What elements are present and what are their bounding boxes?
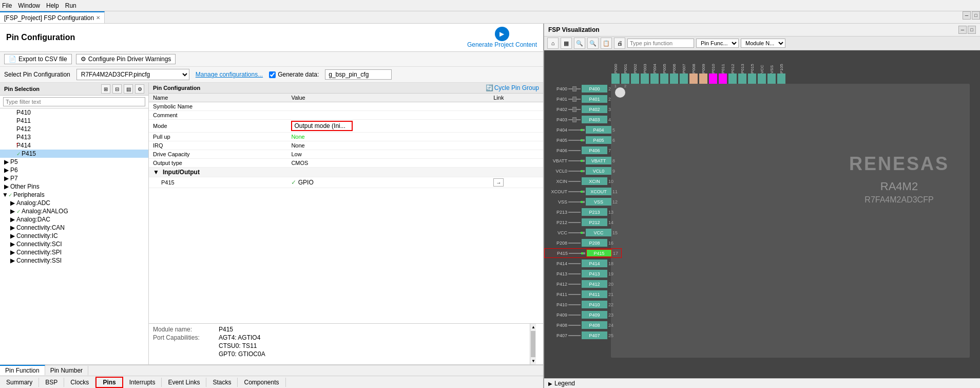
row-value[interactable]: Output mode (Ini... [287, 120, 489, 133]
ntab-stacks[interactable]: Stacks [206, 378, 238, 387]
tree-item-connectivity-sci[interactable]: ▶ Connectivity:SCI [0, 240, 148, 248]
pin-row-p212: P212 P212 14 [544, 217, 622, 227]
tree-item-connectivity-spi[interactable]: ▶ Connectivity:SPI [0, 248, 148, 256]
col-link: Link [489, 94, 543, 102]
fsp-dropdown-1[interactable]: Pin Func... [696, 39, 739, 48]
pin-num: 11 [612, 189, 621, 194]
ntab-label: Event Links [168, 379, 200, 386]
tree-item-connectivity-ic[interactable]: ▶ Connectivity:IC [0, 232, 148, 240]
export-csv-btn[interactable]: 📄 Export to CSV file [4, 54, 72, 64]
tree-label: Connectivity:SSI [16, 257, 62, 264]
fsp-legend[interactable]: ▶ Legend [544, 378, 980, 388]
fsp-minimize-btn[interactable]: ─ [958, 26, 967, 34]
fsp-print-icon[interactable]: 🖨 [614, 38, 625, 49]
menu-file[interactable]: File [2, 2, 12, 9]
module-name-label: Module name: [153, 326, 215, 333]
tree-item-peripherals[interactable]: ▼ ✓ Peripherals [0, 191, 148, 199]
pin-num: 19 [608, 271, 617, 276]
ntab-event-links[interactable]: Event Links [162, 378, 206, 387]
btab-pin-number[interactable]: Pin Number [45, 366, 88, 375]
pin-row-p415-highlighted: P415 P415 17 [544, 248, 622, 258]
tree-item-analog-dac[interactable]: ▶ Analog:DAC [0, 215, 148, 224]
tree-item-analog-analog[interactable]: ▶ ✓ Analog:ANALOG [0, 207, 148, 215]
pin-filter-input[interactable] [3, 97, 145, 106]
row-link[interactable]: → [489, 177, 543, 188]
fsp-toolbar: ⌂ ▦ 🔍 🔍 📋 🖨 Pin Func... Module N... [544, 36, 980, 50]
fsp-dropdown-2[interactable]: Module N... [741, 39, 785, 48]
fsp-search-icon[interactable]: 🔍 [574, 38, 585, 49]
fsp-layout-icon[interactable]: ▦ [561, 38, 572, 49]
config-select[interactable]: R7FA4M2AD3CFP.pincfg [76, 69, 189, 80]
pin-config-table: Name Value Link Symbolic Name [149, 94, 543, 188]
cycle-pin-group-btn[interactable]: 🔄 Cycle Pin Group [486, 84, 539, 91]
ntab-summary[interactable]: Summary [0, 378, 39, 387]
tree-item-p415[interactable]: ✓ P415 ↑ [0, 150, 148, 158]
ntab-components[interactable]: Components [238, 378, 285, 387]
fsp-home-icon[interactable]: ⌂ [547, 38, 559, 49]
pin-label: XCIN [544, 179, 567, 184]
fsp-zoom-in-icon[interactable]: 🔍 [587, 38, 599, 49]
pin-filter-icon[interactable]: ▤ [124, 84, 133, 94]
table-row: Mode Output mode (Ini... [149, 120, 543, 133]
tree-check-icon: ✓ [16, 151, 21, 157]
pin-box: XCIN [582, 177, 607, 185]
pin-label: XCOUT [544, 189, 567, 194]
tree-item-p411[interactable]: P411 [0, 117, 148, 125]
restore-btn[interactable]: □ [972, 11, 980, 20]
menu-run[interactable]: Run [65, 2, 76, 9]
fsp-search-input[interactable] [627, 39, 694, 48]
menu-window[interactable]: Window [18, 2, 40, 9]
generate-project-btn[interactable]: Generate Project Content [467, 27, 537, 48]
scroll-up-arrow[interactable]: ▲ [530, 324, 536, 330]
generate-data-checkbox[interactable] [269, 71, 276, 78]
generate-data-input[interactable] [325, 69, 392, 80]
pin-expand-icon[interactable]: ⊞ [101, 84, 110, 94]
tree-item-connectivity-ssi[interactable]: ▶ Connectivity:SSI [0, 256, 148, 265]
tree-item-analog-adc[interactable]: ▶ Analog:ADC [0, 199, 148, 207]
manage-configs-link[interactable]: Manage configurations... [196, 71, 263, 78]
pin-box: P411 [582, 290, 607, 298]
section-arrow[interactable]: ▼ [153, 169, 159, 176]
ntab-pins[interactable]: Pins [95, 377, 123, 388]
chip-visualization: P000 1 P001 2 P002 P003 [544, 50, 980, 378]
tree-label: P410 [16, 109, 31, 116]
row-value[interactable] [287, 102, 489, 111]
tree-item-p412[interactable]: P412 [0, 125, 148, 133]
fsp-restore-btn[interactable]: □ [968, 26, 976, 34]
mode-value[interactable]: Output mode (Ini... [291, 121, 353, 131]
tree-item-p5[interactable]: ▶ P5 [0, 158, 148, 166]
minimize-btn[interactable]: ─ [963, 11, 971, 20]
pin-row-p405: P405 P405 6 [544, 135, 622, 145]
link-arrow-btn[interactable]: → [493, 178, 504, 187]
menu-help[interactable]: Help [46, 2, 59, 9]
pin-row-p402: P402 P402 3 [544, 104, 622, 114]
row-value[interactable] [287, 111, 489, 120]
panel-title: Pin Configuration [6, 33, 75, 42]
pin-collapse-icon[interactable]: ⊟ [112, 84, 122, 94]
ntab-clocks[interactable]: Clocks [64, 378, 95, 387]
section-label: ▼ Input/Output [149, 168, 543, 177]
tree-arrow: ▶ [10, 224, 16, 231]
scroll-down-arrow[interactable]: ▼ [530, 358, 536, 364]
tree-item-p410[interactable]: P410 [0, 108, 148, 117]
pin-label: P414 [544, 261, 567, 266]
row-name: Mode [149, 120, 287, 133]
tree-item-connectivity-can[interactable]: ▶ Connectivity:CAN [0, 224, 148, 232]
tree-item-other-pins[interactable]: ▶ Other Pins [0, 182, 148, 191]
pin-settings-icon[interactable]: ⚙ [135, 84, 144, 94]
btab-pin-function[interactable]: Pin Function [0, 365, 45, 375]
tree-item-p414[interactable]: P414 [0, 141, 148, 150]
configure-warnings-btn[interactable]: ⚙ Configure Pin Driver Warnings [76, 54, 176, 64]
tree-item-p6[interactable]: ▶ P6 [0, 166, 148, 174]
tree-item-p7[interactable]: ▶ P7 [0, 174, 148, 182]
tree-item-p413[interactable]: P413 [0, 133, 148, 141]
tab-fsp-configuration[interactable]: [FSP_Project] FSP Configuration ✕ [0, 11, 105, 23]
fsp-copy-icon[interactable]: 📋 [601, 38, 612, 49]
ntab-interrupts[interactable]: Interrupts [123, 378, 162, 387]
tab-close-btn[interactable]: ✕ [96, 15, 100, 21]
export-label: Export to CSV file [18, 56, 67, 63]
ntab-bsp[interactable]: BSP [39, 378, 64, 387]
pin-label: P213 [544, 210, 567, 215]
fsp-title: FSP Visualization [548, 26, 600, 33]
row-value: None [287, 133, 489, 141]
